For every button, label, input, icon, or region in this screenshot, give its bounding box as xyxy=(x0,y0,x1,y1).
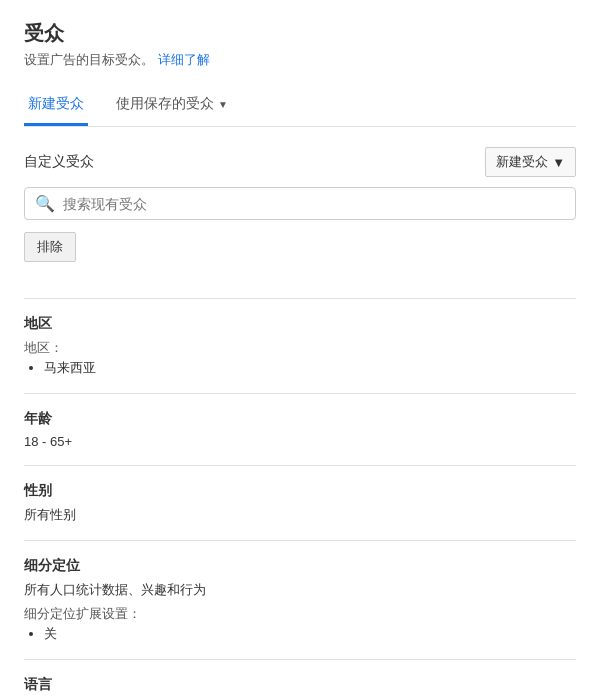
new-audience-dropdown-icon: ▼ xyxy=(552,155,565,170)
exclude-button[interactable]: 排除 xyxy=(24,232,76,262)
tabs-row: 新建受众 使用保存的受众 ▼ xyxy=(24,85,576,127)
learn-more-link[interactable]: 详细了解 xyxy=(158,52,210,67)
search-input[interactable] xyxy=(63,196,565,212)
divider-5 xyxy=(24,659,576,660)
list-item: 马来西亚 xyxy=(44,359,576,377)
custom-audience-header: 自定义受众 新建受众 ▼ xyxy=(24,147,576,177)
tab-new-audience-label: 新建受众 xyxy=(28,95,84,113)
gender-section: 性别 所有性别 xyxy=(24,482,576,524)
subtitle-text: 设置广告的目标受众。 xyxy=(24,52,154,67)
tab-saved-audience-label: 使用保存的受众 xyxy=(116,95,214,113)
location-title: 地区 xyxy=(24,315,576,333)
custom-audience-label: 自定义受众 xyxy=(24,153,94,171)
language-section: 语言 所有语言 xyxy=(24,676,576,698)
location-values: 马来西亚 xyxy=(24,359,576,377)
age-section: 年龄 18 - 65+ xyxy=(24,410,576,449)
location-section: 地区 地区： 马来西亚 xyxy=(24,315,576,377)
new-audience-button-label: 新建受众 xyxy=(496,153,548,171)
search-box: 🔍 xyxy=(24,187,576,220)
new-audience-button[interactable]: 新建受众 ▼ xyxy=(485,147,576,177)
tab-saved-audience[interactable]: 使用保存的受众 ▼ xyxy=(112,85,232,126)
page-title: 受众 xyxy=(24,20,576,47)
gender-title: 性别 xyxy=(24,482,576,500)
divider-2 xyxy=(24,393,576,394)
age-value: 18 - 65+ xyxy=(24,434,576,449)
gender-value: 所有性别 xyxy=(24,506,576,524)
language-title: 语言 xyxy=(24,676,576,694)
location-label: 地区： xyxy=(24,339,576,357)
page-container: 受众 设置广告的目标受众。 详细了解 新建受众 使用保存的受众 ▼ 自定义受众 … xyxy=(0,0,600,698)
detailed-expansion-label: 细分定位扩展设置： xyxy=(24,605,576,623)
tab-new-audience[interactable]: 新建受众 xyxy=(24,85,88,126)
search-icon: 🔍 xyxy=(35,194,55,213)
detailed-section: 细分定位 所有人口统计数据、兴趣和行为 细分定位扩展设置： 关 xyxy=(24,557,576,643)
divider-1 xyxy=(24,298,576,299)
detailed-value: 所有人口统计数据、兴趣和行为 xyxy=(24,581,576,599)
detailed-expansion-values: 关 xyxy=(24,625,576,643)
detailed-title: 细分定位 xyxy=(24,557,576,575)
age-title: 年龄 xyxy=(24,410,576,428)
tab-dropdown-icon: ▼ xyxy=(218,99,228,110)
page-subtitle: 设置广告的目标受众。 详细了解 xyxy=(24,51,576,69)
list-item: 关 xyxy=(44,625,576,643)
divider-4 xyxy=(24,540,576,541)
divider-3 xyxy=(24,465,576,466)
